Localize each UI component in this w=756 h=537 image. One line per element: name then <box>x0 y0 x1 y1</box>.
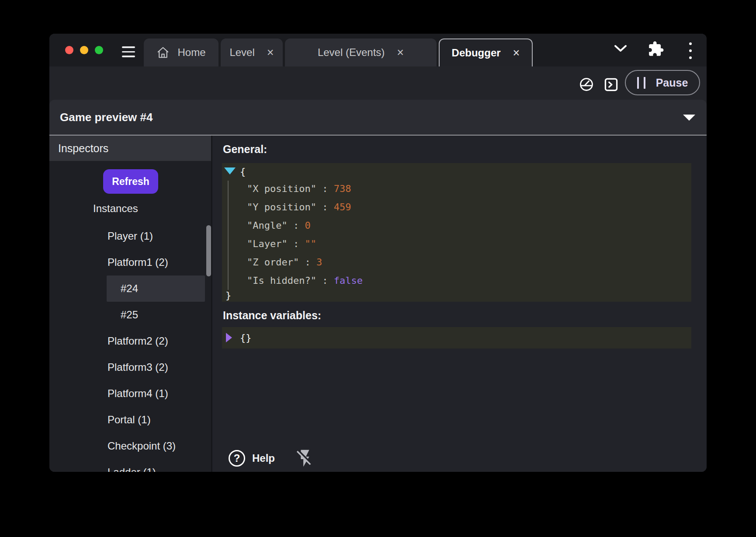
console-icon[interactable] <box>604 77 618 92</box>
variables-collapsed-value[interactable]: {} <box>240 327 252 349</box>
general-json-tree: { "X position" : 738 "Y position" : 459 … <box>222 163 691 302</box>
tree-item-checkpoint[interactable]: Checkpoint (3) <box>49 433 211 459</box>
game-preview-accordion[interactable]: Game preview #4 <box>49 100 707 135</box>
profiler-gauge-icon[interactable] <box>579 77 594 92</box>
minimize-window-button[interactable] <box>80 46 88 54</box>
app-window: Home Level × Level (Events) × Debugger × <box>49 34 707 472</box>
json-value[interactable]: 3 <box>316 257 322 268</box>
inspectors-header: Inspectors <box>49 136 211 161</box>
inspector-panel: General: { "X position" : 738 "Y positio… <box>212 136 707 472</box>
close-icon[interactable]: × <box>397 47 404 59</box>
tree-item-ladder[interactable]: Ladder (1) <box>49 459 211 472</box>
json-row-x-position: "X position" : 738 <box>247 180 351 198</box>
home-icon <box>156 46 170 59</box>
json-value[interactable]: 738 <box>334 183 351 194</box>
json-key: "Angle" : <box>247 220 305 231</box>
close-window-button[interactable] <box>65 46 73 54</box>
accordion-caret-icon[interactable] <box>683 115 695 121</box>
tree-item-platform3[interactable]: Platform3 (2) <box>49 354 211 380</box>
window-controls <box>65 46 103 54</box>
pause-icon <box>637 77 645 89</box>
tab-label: Home <box>177 46 205 59</box>
help-row: ? Help <box>229 448 315 468</box>
tree-item-portal[interactable]: Portal (1) <box>49 407 211 433</box>
json-value[interactable]: "" <box>305 238 316 249</box>
tree-item-instance-25[interactable]: #25 <box>49 302 211 328</box>
debugger-content: Inspectors Refresh Instances Player (1) … <box>49 136 707 472</box>
expand-arrow-icon[interactable] <box>226 333 232 342</box>
instance-variables-heading: Instance variables: <box>223 309 321 322</box>
json-row-is-hidden: "Is hidden?" : false <box>247 272 363 290</box>
tab-label: Level <box>229 46 254 59</box>
help-icon[interactable]: ? <box>229 450 245 467</box>
close-icon[interactable]: × <box>513 47 520 59</box>
instances-root-label[interactable]: Instances <box>93 202 138 215</box>
open-brace: { <box>240 166 246 177</box>
tab-home[interactable]: Home <box>144 38 218 66</box>
chevron-down-icon[interactable] <box>614 44 628 53</box>
tab-label: Level (Events) <box>318 46 385 59</box>
json-row-z-order: "Z order" : 3 <box>247 253 322 272</box>
help-label[interactable]: Help <box>252 452 275 464</box>
tree-item-instance-24[interactable]: #24 <box>107 275 205 302</box>
tab-level-events[interactable]: Level (Events) × <box>285 38 437 66</box>
json-value[interactable]: 459 <box>334 202 351 213</box>
tree-item-platform4[interactable]: Platform4 (1) <box>49 380 211 407</box>
json-row-layer: "Layer" : "" <box>247 235 316 253</box>
pause-button-label: Pause <box>656 77 688 89</box>
debugger-toolbar: Pause <box>49 66 707 100</box>
tab-bar: Home Level × Level (Events) × Debugger × <box>49 34 707 66</box>
pause-button[interactable]: Pause <box>625 70 700 95</box>
json-key: "X position" : <box>247 183 334 194</box>
tab-label: Debugger <box>452 47 501 59</box>
json-key: "Is hidden?" : <box>247 275 334 286</box>
general-heading: General: <box>223 143 267 156</box>
json-row-y-position: "Y position" : 459 <box>247 198 351 216</box>
tab-debugger[interactable]: Debugger × <box>439 38 533 66</box>
collapse-arrow-icon[interactable] <box>224 167 236 174</box>
json-row-angle: "Angle" : 0 <box>247 216 311 235</box>
kebab-menu-icon[interactable] <box>689 42 692 59</box>
close-brace: } <box>225 290 231 301</box>
tree-item-player[interactable]: Player (1) <box>49 223 211 249</box>
inspectors-sidebar: Inspectors Refresh Instances Player (1) … <box>49 136 211 472</box>
instances-tree: Player (1) Platform1 (2) #24 #25 Platfor… <box>49 223 211 472</box>
tree-item-platform2[interactable]: Platform2 (2) <box>49 328 211 354</box>
tab-level[interactable]: Level × <box>221 38 283 66</box>
tree-item-platform1[interactable]: Platform1 (2) <box>49 249 211 275</box>
flash-off-icon[interactable] <box>295 448 315 468</box>
sidebar-scrollbar[interactable] <box>206 225 211 276</box>
json-value[interactable]: false <box>334 275 363 286</box>
zoom-window-button[interactable] <box>95 46 103 54</box>
json-value[interactable]: 0 <box>305 220 310 231</box>
editor-tabs: Home Level × Level (Events) × Debugger × <box>144 38 533 66</box>
extensions-puzzle-icon[interactable] <box>648 41 664 57</box>
variables-json-tree: {} <box>222 327 691 349</box>
screen: Home Level × Level (Events) × Debugger × <box>0 0 756 537</box>
close-icon[interactable]: × <box>267 47 274 59</box>
tree-guide-line <box>228 181 229 290</box>
json-key: "Layer" : <box>247 238 305 249</box>
menu-icon[interactable] <box>122 46 135 57</box>
json-key: "Z order" : <box>247 257 316 268</box>
json-key: "Y position" : <box>247 202 334 213</box>
game-preview-title: Game preview #4 <box>60 100 153 135</box>
refresh-button[interactable]: Refresh <box>103 169 158 194</box>
